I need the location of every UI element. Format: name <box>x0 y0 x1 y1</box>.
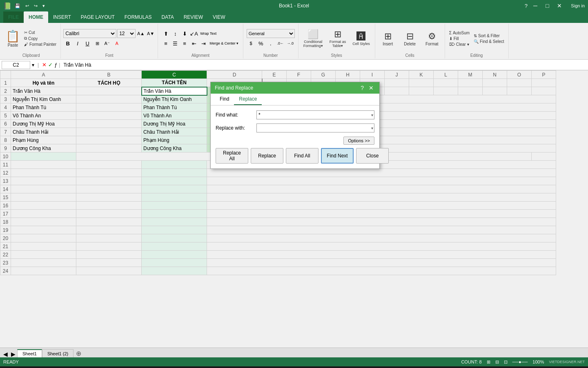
format-cells-btn[interactable]: ⚙ Format <box>422 29 442 48</box>
cancel-formula-btn[interactable]: ✕ <box>42 62 47 68</box>
cell-A8[interactable]: Phạm Hùng <box>11 136 76 144</box>
cell-K2[interactable] <box>409 87 434 95</box>
col-header-N[interactable]: N <box>483 71 507 79</box>
col-header-K[interactable]: K <box>409 71 434 79</box>
formula-input[interactable] <box>62 62 586 68</box>
cell-A10[interactable] <box>532 153 556 161</box>
conditional-formatting-btn[interactable]: ⬜ ConditionalFormatting▾ <box>301 27 325 49</box>
cell-L1[interactable] <box>434 79 458 87</box>
undo-btn[interactable]: ↩ <box>24 2 31 9</box>
redo-btn[interactable]: ↪ <box>32 2 39 9</box>
cell-O1[interactable] <box>507 79 532 87</box>
cell-M1[interactable] <box>458 79 483 87</box>
cell-C7[interactable]: Châu Thanh Hải <box>142 128 207 136</box>
increase-indent-btn[interactable]: ⇥ <box>199 39 208 48</box>
save-qat-btn[interactable]: 💾 <box>13 2 22 9</box>
cell-C9[interactable]: Dương Công Kha <box>142 144 207 153</box>
font-decrease-btn[interactable]: A▼ <box>146 29 155 38</box>
cell-A5[interactable]: Võ Thành An <box>11 112 76 120</box>
formula-bar-menu-btn[interactable]: ▾ <box>32 62 34 68</box>
cell-N1[interactable] <box>483 79 507 87</box>
zoom-slider[interactable]: ──●── <box>512 359 528 364</box>
increase-decimal-btn[interactable]: →.0 <box>286 39 295 48</box>
find-what-input[interactable] <box>258 112 371 118</box>
bold-btn[interactable]: B <box>63 39 72 48</box>
restore-btn[interactable]: □ <box>543 2 551 10</box>
add-sheet-btn[interactable]: ⊕ <box>74 350 84 357</box>
font-name-select[interactable]: Calibri <box>63 29 116 38</box>
cell-M2[interactable] <box>458 87 483 95</box>
insert-function-btn[interactable]: ƒ <box>54 62 57 68</box>
cell-B2[interactable] <box>76 87 142 95</box>
view-normal-icon[interactable]: ⊞ <box>487 359 490 365</box>
align-left-btn[interactable]: ≡ <box>161 39 170 48</box>
replace-all-btn[interactable]: Replace All <box>216 148 248 164</box>
find-next-btn[interactable]: Find Next <box>321 148 354 164</box>
col-header-H[interactable]: H <box>336 71 360 79</box>
cell-A2[interactable]: Trần Văn Hà <box>11 87 76 95</box>
view-page-break-icon[interactable]: ⊡ <box>504 359 508 365</box>
text-direction-btn[interactable]: ↙A <box>189 29 198 38</box>
currency-btn[interactable]: $ <box>247 39 256 48</box>
find-all-btn[interactable]: Find All <box>286 148 318 164</box>
cell-A3[interactable]: Nguyễn Thị Kim Oanh <box>11 95 76 103</box>
sign-in[interactable]: Sign in <box>571 3 585 8</box>
cell-N2[interactable] <box>483 87 507 95</box>
cell-A4[interactable]: Phan Thành Tú <box>11 103 76 112</box>
cell-A6[interactable]: Dương Thị Mỹ Hoa <box>11 120 76 128</box>
col-header-B[interactable]: B <box>76 71 142 79</box>
cell-C10[interactable] <box>11 153 76 161</box>
col-header-D[interactable]: D <box>207 71 262 79</box>
align-center-btn[interactable]: ☰ <box>171 39 180 48</box>
qat-more-btn[interactable]: ▾ <box>41 2 47 9</box>
cell-K1[interactable] <box>409 79 434 87</box>
format-painter-button[interactable]: 🖌 Format Painter <box>22 42 58 47</box>
dialog-close-btn[interactable]: ✕ <box>367 85 375 91</box>
border-btn[interactable]: ⊞ <box>93 39 102 48</box>
col-header-L[interactable]: L <box>434 71 458 79</box>
cell-C6[interactable]: Dương Thị Mỹ Hoa <box>142 120 207 128</box>
replace-tab[interactable]: Replace <box>234 94 262 105</box>
replace-btn[interactable]: Replace <box>251 148 283 164</box>
cell-ref-input[interactable] <box>2 61 30 69</box>
minimize-btn[interactable]: ─ <box>531 2 540 10</box>
cell-B1[interactable]: TÁCH HỌ <box>76 79 142 87</box>
cell-B5[interactable] <box>76 112 142 120</box>
close-dialog-btn[interactable]: Close <box>356 148 389 164</box>
font-color-btn[interactable]: A <box>112 39 121 48</box>
fill-btn[interactable]: ⬇ Fill <box>448 36 471 41</box>
options-btn[interactable]: Options >> <box>343 137 374 145</box>
close-btn[interactable]: ✕ <box>555 2 564 10</box>
tab-formulas[interactable]: FORMULAS <box>120 11 157 23</box>
col-header-F[interactable]: F <box>287 71 311 79</box>
decrease-indent-btn[interactable]: ⇤ <box>189 39 198 48</box>
cell-B3[interactable] <box>76 95 142 103</box>
cell-J2[interactable] <box>385 87 409 95</box>
sheet-tab-sheet1[interactable]: Sheet1 <box>17 349 42 357</box>
cut-button[interactable]: ✂ Cut <box>22 30 58 35</box>
insert-cells-btn[interactable]: ⊞ Insert <box>378 29 398 48</box>
cell-C5[interactable]: Võ Thành An <box>142 112 207 120</box>
merge-center-btn[interactable]: Merge & Center▾ <box>208 39 240 48</box>
align-middle-btn[interactable]: ↕ <box>171 29 180 38</box>
scroll-right-tab-btn[interactable]: ▶ <box>9 351 17 357</box>
delete-cells-btn[interactable]: ⊟ Delete <box>400 29 420 48</box>
cell-B8[interactable] <box>76 136 142 144</box>
col-header-G[interactable]: G <box>311 71 336 79</box>
cell-O2[interactable] <box>507 87 532 95</box>
tab-data[interactable]: DATA <box>156 11 178 23</box>
decrease-decimal-btn[interactable]: .0← <box>276 39 285 48</box>
cell-C4[interactable]: Phan Thành Tú <box>142 103 207 112</box>
sheet-tab-sheet1-2[interactable]: Sheet1 (2) <box>42 349 74 357</box>
font-increase-btn[interactable]: A▲ <box>136 29 145 38</box>
find-select-btn[interactable]: 🔍 Find & Select <box>472 39 506 44</box>
sort-filter-btn[interactable]: ⇅ Sort & Filter <box>472 33 506 38</box>
number-format-select[interactable]: General <box>247 29 295 38</box>
col-header-C[interactable]: C <box>142 71 207 79</box>
cell-B4[interactable] <box>76 103 142 112</box>
align-top-btn[interactable]: ⬆ <box>161 29 170 38</box>
col-header-M[interactable]: M <box>458 71 483 79</box>
fill-color-btn[interactable]: A⁻ <box>102 39 111 48</box>
view-layout-icon[interactable]: ⊟ <box>495 359 499 365</box>
cell-A9[interactable]: Dương Công Kha <box>11 144 76 153</box>
